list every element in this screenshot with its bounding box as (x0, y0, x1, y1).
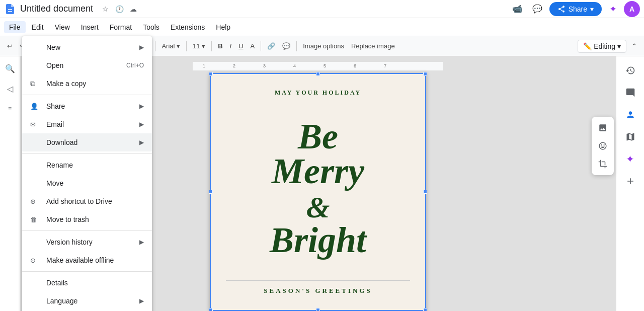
comment-icon[interactable]: 💬 (529, 1, 545, 17)
sidebar-outline-icon[interactable]: ≡ (2, 101, 18, 117)
handle-bottomleft[interactable] (209, 308, 213, 311)
ruler[interactable]: 1 2 3 4 5 6 7 (192, 61, 444, 71)
handle-bottom[interactable] (316, 308, 320, 311)
share-dropdown-icon: ▾ (590, 5, 594, 13)
menu-option-share-label: Share (46, 102, 139, 110)
menu-option-version-history[interactable]: Version history ▶ (22, 233, 152, 251)
meet-icon[interactable]: 📹 (509, 1, 525, 17)
email-icon: ✉ (30, 121, 40, 128)
float-emoji-btn[interactable] (595, 138, 611, 154)
menu-option-rename[interactable]: Rename (22, 156, 152, 174)
menu-option-share[interactable]: 👤 Share ▶ (22, 97, 152, 115)
page-top-text: MAY YOUR HOLIDAY (275, 89, 361, 97)
menu-item-help[interactable]: Help (211, 21, 235, 33)
left-sidebar: 🔍 ◁ ≡ (0, 56, 20, 311)
sidebar-add-icon[interactable] (620, 171, 640, 191)
handle-top[interactable] (316, 72, 320, 76)
handle-left[interactable] (209, 190, 213, 194)
menu-option-details-label: Details (46, 279, 144, 287)
menu-option-move-trash-label: Move to trash (46, 215, 144, 223)
download-arrow-icon: ▶ (139, 139, 144, 146)
editing-label: Editing (594, 42, 615, 50)
menu-item-view[interactable]: View (50, 21, 75, 33)
underline-button[interactable]: U (235, 39, 246, 53)
doc-title: Untitled document (20, 4, 93, 14)
share-arrow-icon: ▶ (139, 103, 144, 110)
float-resize-btn[interactable] (595, 156, 611, 172)
language-arrow-icon: ▶ (139, 297, 144, 304)
menu-option-new[interactable]: New ▶ (22, 38, 152, 56)
handle-topleft[interactable] (209, 72, 213, 76)
page-main-text: BeMerry&Bright (270, 97, 366, 280)
float-toolbar (592, 117, 614, 175)
menu-option-make-offline-label: Make available offline (46, 256, 144, 264)
sidebar-comments-icon[interactable] (620, 83, 640, 103)
menu-divider-1 (22, 95, 152, 95)
menu-item-extensions[interactable]: Extensions (166, 21, 210, 33)
link-button[interactable]: 🔗 (264, 39, 278, 53)
float-image-btn[interactable] (595, 120, 611, 136)
bold-button[interactable]: B (215, 39, 225, 53)
menu-option-add-shortcut[interactable]: ⊕ Add shortcut to Drive (22, 192, 152, 210)
menu-option-make-copy[interactable]: ⧉ Make a copy (22, 74, 152, 93)
menu-item-format[interactable]: Format (105, 21, 137, 33)
menu-item-edit[interactable]: Edit (27, 21, 49, 33)
menu-item-insert[interactable]: Insert (76, 21, 104, 33)
pencil-icon: ✏️ (583, 42, 592, 50)
right-sidebar: ✦ (616, 56, 644, 311)
menu-option-open-label: Open (46, 61, 122, 69)
handle-topright[interactable] (423, 72, 427, 76)
trash-icon: 🗑 (30, 216, 40, 223)
share-button[interactable]: Editing Share ▾ (549, 2, 602, 16)
font-name[interactable]: Arial ▾ (158, 39, 183, 53)
collapse-toolbar-button[interactable]: ⌃ (628, 39, 640, 53)
sidebar-search-icon[interactable]: 🔍 (2, 60, 18, 76)
sidebar-history-icon[interactable] (620, 60, 640, 81)
sidebar-contacts-icon[interactable] (620, 105, 640, 125)
star-icon[interactable]: ☆ (99, 3, 111, 15)
menu-divider-3 (22, 230, 152, 231)
menu-option-move-trash[interactable]: 🗑 Move to trash (22, 210, 152, 228)
open-shortcut: Ctrl+O (126, 62, 144, 69)
gemini-icon[interactable]: ✦ (606, 2, 620, 16)
menu-divider-4 (22, 271, 152, 272)
image-options-button[interactable]: Image options (300, 39, 347, 53)
sidebar-maps-icon[interactable] (620, 127, 640, 147)
menu-option-email[interactable]: ✉ Email ▶ (22, 115, 152, 133)
menu-item-tools[interactable]: Tools (138, 21, 165, 33)
menu-item-file[interactable]: File (4, 21, 26, 33)
menu-option-download[interactable]: Download ▶ (22, 133, 152, 151)
italic-button[interactable]: I (227, 39, 235, 53)
title-bar-left: Untitled document ☆ 🕐 ☁ (4, 3, 139, 15)
sidebar-gemini-icon[interactable]: ✦ (620, 149, 640, 169)
new-arrow-icon: ▶ (139, 44, 144, 51)
email-arrow-icon: ▶ (139, 121, 144, 128)
history-icon[interactable]: 🕐 (113, 3, 125, 15)
shortcut-icon: ⊕ (30, 198, 40, 205)
handle-bottomright[interactable] (423, 308, 427, 311)
menu-option-move[interactable]: Move (22, 174, 152, 192)
cloud-save-icon[interactable]: ☁ (127, 3, 139, 15)
file-dropdown-menu: New ▶ Open Ctrl+O ⧉ Make a copy 👤 Share … (22, 36, 152, 311)
menu-option-details[interactable]: Details (22, 274, 152, 292)
menu-option-language[interactable]: Language ▶ (22, 292, 152, 310)
title-bar: Untitled document ☆ 🕐 ☁ 📹 💬 Editing Shar… (0, 0, 644, 18)
comment-button[interactable]: 💬 (279, 39, 293, 53)
share-menu-icon: 👤 (30, 103, 40, 110)
toolbar-separator-6 (261, 41, 261, 51)
undo-button[interactable]: ↩ (4, 39, 16, 53)
avatar[interactable]: A (624, 1, 640, 17)
text-color-button[interactable]: A (248, 39, 258, 53)
menu-option-version-history-label: Version history (46, 238, 139, 246)
sidebar-collapse-icon[interactable]: ◁ (2, 81, 18, 97)
handle-right[interactable] (423, 190, 427, 194)
toolbar-separator-7 (296, 41, 297, 51)
doc-icon (4, 3, 16, 15)
replace-image-button[interactable]: Replace image (348, 39, 398, 53)
menu-option-new-label: New (46, 43, 139, 51)
font-size[interactable]: 11 ▾ (190, 39, 208, 53)
editing-mode-button[interactable]: ✏️ Editing ▾ (578, 40, 626, 53)
share-icon (557, 5, 566, 13)
menu-option-make-offline[interactable]: ⊙ Make available offline (22, 251, 152, 269)
menu-option-open[interactable]: Open Ctrl+O (22, 56, 152, 74)
